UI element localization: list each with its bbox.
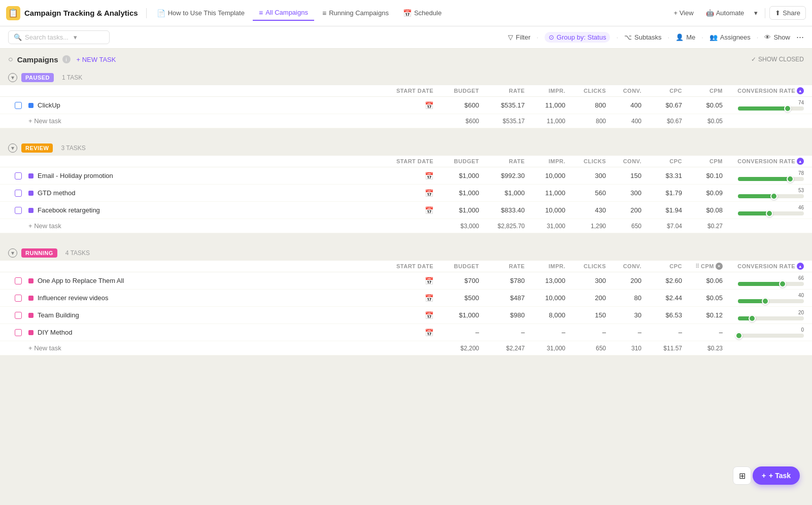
task-checkbox[interactable] xyxy=(8,277,28,284)
col-cpm[interactable]: ⠿ CPM × xyxy=(682,263,723,270)
progress-thumb[interactable] xyxy=(770,193,777,200)
summary-impr: 11,000 xyxy=(525,118,565,125)
new-task-row-paused[interactable]: + New task $600 $535.17 11,000 800 400 $… xyxy=(0,114,812,128)
new-task-row-review[interactable]: + New task $3,000 $2,825.70 31,000 1,290… xyxy=(0,219,812,233)
task-conversion-rate[interactable]: 46 xyxy=(723,205,804,215)
view-button[interactable]: + View xyxy=(668,7,698,19)
table-row[interactable]: DIY Method 📅 – – – – – – – 0 xyxy=(0,324,812,341)
new-task-row-running[interactable]: + New task $2,200 $2,247 31,000 650 310 … xyxy=(0,341,812,355)
search-box[interactable]: 🔍 Search tasks... ▾ xyxy=(8,30,110,44)
task-checkbox[interactable] xyxy=(8,295,28,302)
me-button[interactable]: 👤 Me xyxy=(675,33,695,41)
share-button[interactable]: ⬆ Share xyxy=(769,6,806,20)
table-row[interactable]: GTD method 📅 $1,000 $1,000 11,000 560 30… xyxy=(0,185,812,202)
progress-bar[interactable] xyxy=(738,194,804,198)
calendar-icon[interactable]: 📅 xyxy=(425,206,433,214)
calendar-icon[interactable]: 📅 xyxy=(425,294,433,302)
table-row[interactable]: One App to Replace Them All 📅 $700 $780 … xyxy=(0,272,812,290)
show-closed-button[interactable]: ✓ SHOW CLOSED xyxy=(751,56,804,63)
subtasks-button[interactable]: ⌥ Subtasks xyxy=(624,33,661,41)
calendar-icon[interactable]: 📅 xyxy=(425,329,433,337)
task-checkbox[interactable] xyxy=(8,190,28,197)
progress-thumb[interactable] xyxy=(784,105,791,112)
table-row[interactable]: Team Building 📅 $1,000 $980 8,000 150 30… xyxy=(0,307,812,324)
tab-all-campaigns[interactable]: ≡ All Campaigns xyxy=(253,6,314,21)
task-checkbox[interactable] xyxy=(8,312,28,319)
progress-bar[interactable] xyxy=(738,299,804,303)
progress-thumb[interactable] xyxy=(766,210,773,217)
sort-icon[interactable]: ▲ xyxy=(797,87,804,94)
calendar-icon[interactable]: 📅 xyxy=(425,277,433,285)
progress-bar[interactable] xyxy=(738,316,804,320)
task-cpm: $0.06 xyxy=(682,277,723,284)
group-collapse-running[interactable]: ▾ xyxy=(8,248,17,258)
filter-label: Filter xyxy=(516,33,530,41)
task-start-date[interactable]: 📅 xyxy=(383,329,433,337)
progress-bar[interactable] xyxy=(738,334,804,338)
progress-bar[interactable] xyxy=(738,177,804,181)
sort-icon[interactable]: ▲ xyxy=(797,263,804,270)
task-checkbox[interactable] xyxy=(8,102,28,109)
table-row[interactable]: Facebook retargeting 📅 $1,000 $833.40 10… xyxy=(0,202,812,219)
group-by-button[interactable]: ⊙ Group by: Status xyxy=(545,32,611,43)
calendar-icon[interactable]: 📅 xyxy=(425,189,433,197)
grid-view-button[interactable]: ⊞ xyxy=(733,466,751,485)
col-hide-icon[interactable]: × xyxy=(716,263,723,270)
automate-chevron[interactable]: ▾ xyxy=(751,7,761,19)
progress-thumb[interactable] xyxy=(735,332,742,339)
task-conversion-rate[interactable]: 40 xyxy=(723,293,804,303)
filter-button[interactable]: ▽ Filter xyxy=(508,33,530,41)
tab-schedule[interactable]: 📅 Schedule xyxy=(397,6,448,20)
table-row[interactable]: Influencer review videos 📅 $500 $487 10,… xyxy=(0,290,812,307)
task-conversion-rate[interactable]: 78 xyxy=(723,170,804,181)
new-task-link[interactable]: + New task xyxy=(28,344,383,352)
task-cpm: $0.05 xyxy=(682,101,723,109)
task-start-date[interactable]: 📅 xyxy=(383,101,433,110)
task-cpc: $2.44 xyxy=(641,294,682,302)
group-collapse-review[interactable]: ▾ xyxy=(8,143,17,153)
task-conversion-rate[interactable]: 53 xyxy=(723,188,804,198)
progress-bar[interactable] xyxy=(738,211,804,215)
subtasks-icon: ⌥ xyxy=(624,33,632,41)
progress-bar[interactable] xyxy=(738,106,804,111)
task-conversion-rate[interactable]: 0 xyxy=(723,327,804,338)
more-options-button[interactable]: ··· xyxy=(796,32,804,43)
toolbar-sep-4: · xyxy=(701,33,703,41)
new-task-link[interactable]: + New task xyxy=(28,117,383,125)
task-conversion-rate[interactable]: 74 xyxy=(723,100,804,111)
task-start-date[interactable]: 📅 xyxy=(383,311,433,319)
add-task-fab[interactable]: + + Task xyxy=(753,466,800,485)
task-checkbox[interactable] xyxy=(8,172,28,179)
calendar-icon[interactable]: 📅 xyxy=(425,311,433,319)
tab-running-campaigns[interactable]: ≡ Running Campaigns xyxy=(316,6,395,20)
section-new-task-button[interactable]: + NEW TASK xyxy=(77,56,116,63)
task-start-date[interactable]: 📅 xyxy=(383,206,433,214)
progress-thumb[interactable] xyxy=(787,175,794,183)
automate-button[interactable]: 🤖 Automate xyxy=(701,7,750,19)
section-info-icon[interactable]: i xyxy=(62,55,71,63)
table-row[interactable]: ClickUp 📅 $600 $535.17 11,000 800 400 $0… xyxy=(0,97,812,114)
calendar-icon[interactable]: 📅 xyxy=(425,172,433,180)
sort-icon[interactable]: ▲ xyxy=(797,158,804,165)
progress-bar[interactable] xyxy=(738,282,804,286)
progress-bar-fill xyxy=(738,177,789,181)
table-row[interactable]: Email - Holiday promotion 📅 $1,000 $992.… xyxy=(0,167,812,185)
show-button[interactable]: 👁 Show xyxy=(764,33,790,41)
task-start-date[interactable]: 📅 xyxy=(383,189,433,197)
group-collapse-paused[interactable]: ▾ xyxy=(8,73,17,82)
progress-thumb[interactable] xyxy=(762,298,769,305)
task-start-date[interactable]: 📅 xyxy=(383,172,433,180)
task-conversion-rate[interactable]: 20 xyxy=(723,310,804,320)
new-task-link[interactable]: + New task xyxy=(28,222,383,230)
tab-template[interactable]: 📄 How to Use This Template xyxy=(151,6,251,20)
calendar-icon[interactable]: 📅 xyxy=(425,101,433,110)
assignees-button[interactable]: 👥 Assignees xyxy=(709,33,751,41)
task-start-date[interactable]: 📅 xyxy=(383,277,433,285)
task-checkbox[interactable] xyxy=(8,207,28,214)
section-collapse-icon[interactable]: ○ xyxy=(8,55,13,64)
task-conversion-rate[interactable]: 66 xyxy=(723,275,804,286)
progress-thumb[interactable] xyxy=(779,280,786,287)
task-start-date[interactable]: 📅 xyxy=(383,294,433,302)
progress-thumb[interactable] xyxy=(749,315,756,322)
task-checkbox[interactable] xyxy=(8,329,28,336)
